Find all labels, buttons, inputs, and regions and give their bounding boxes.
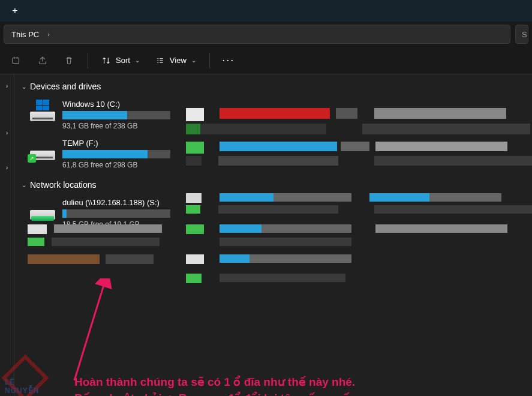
watermark: LÊ NGUYỄN [4,356,44,392]
chevron-down-icon: ⌄ [22,182,26,188]
drive-usage-bar [62,209,170,218]
drive-hdd-icon: ↗ [30,139,55,160]
search-input[interactable]: S [515,25,528,44]
nav-tree-collapsed: › › › [0,74,14,396]
new-tab-button[interactable]: + [6,2,24,20]
sort-dropdown[interactable]: Sort ⌄ [95,50,146,71]
drive-os-icon [30,100,55,121]
drive-stats: 93,1 GB free of 238 GB [62,122,190,130]
annotation-line: Bấm chuột phải -> Rename để đổi lại tên … [74,391,360,396]
watermark-name: LÊ NGUYỄN [5,378,44,395]
group-header-label: Network locations [30,180,97,190]
drive-tile-c[interactable]: Windows 10 (C:) 93,1 GB free of 238 GB [22,97,190,136]
sort-icon [101,56,111,65]
more-button[interactable]: ··· [217,50,240,71]
drive-name: TEMP (F:) [62,139,190,148]
group-devices-drives[interactable]: ⌄ Devices and drives [22,79,525,94]
share-icon[interactable] [31,50,54,71]
tree-chevron-icon[interactable]: › [0,125,14,140]
drive-usage-bar [62,111,170,119]
chevron-down-icon: ⌄ [135,57,140,64]
address-bar-row: This PC › S [0,22,532,47]
drive-network-icon [30,198,55,220]
toolbar-divider [88,53,88,68]
sort-label: Sort [116,56,130,65]
content-pane: ⌄ Devices and drives Windows 10 (C:) 93,… [14,74,532,396]
chevron-down-icon: ⌄ [191,57,196,64]
shortcut-badge-icon: ↗ [28,154,36,163]
drive-name: dulieu (\\192.168.1.188) (S:) [62,198,190,207]
drive-stats: 61,8 GB free of 298 GB [62,161,190,169]
toolbar: Sort ⌄ View ⌄ ··· [0,47,532,74]
drive-tile-f[interactable]: ↗ TEMP (F:) 61,8 GB free of 298 GB [22,136,190,175]
tree-chevron-icon[interactable]: › [0,160,14,175]
chevron-down-icon: ⌄ [22,83,26,90]
chevron-right-icon[interactable]: › [47,31,49,38]
drive-usage-bar [62,150,170,158]
group-header-label: Devices and drives [30,82,101,91]
drive-name: Windows 10 (C:) [62,100,190,109]
rename-icon[interactable] [5,50,28,71]
svg-rect-0 [13,58,19,63]
annotation-line: Hoàn thành chúng ta sẽ có 1 ổ đĩa như th… [74,374,360,391]
annotation-text: Hoàn thành chúng ta sẽ có 1 ổ đĩa như th… [74,374,360,396]
toolbar-divider [209,53,210,68]
delete-icon[interactable] [58,50,80,71]
group-network-locations[interactable]: ⌄ Network locations [22,178,525,192]
svg-line-2 [74,283,104,380]
view-dropdown[interactable]: View ⌄ [149,50,202,71]
view-label: View [170,56,187,65]
view-icon [155,56,165,65]
breadcrumb-current[interactable]: This PC [11,30,39,39]
tree-chevron-icon[interactable]: › [0,78,14,94]
breadcrumb-bar[interactable]: This PC › [4,25,510,44]
title-bar: + [0,0,532,22]
